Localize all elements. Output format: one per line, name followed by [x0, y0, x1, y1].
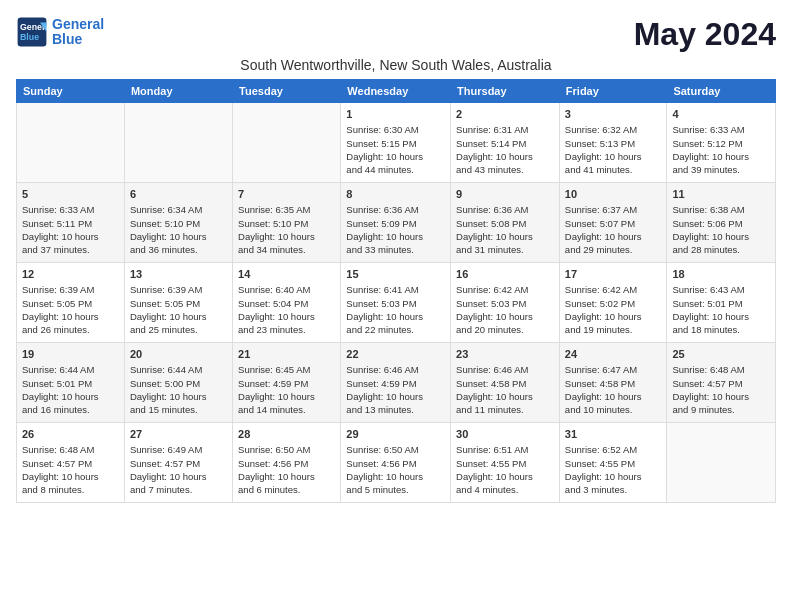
header-day-monday: Monday: [124, 80, 232, 103]
day-info: Sunrise: 6:52 AM Sunset: 4:55 PM Dayligh…: [565, 443, 662, 496]
day-number: 22: [346, 347, 445, 362]
day-number: 18: [672, 267, 770, 282]
calendar-cell: [17, 103, 125, 183]
day-info: Sunrise: 6:48 AM Sunset: 4:57 PM Dayligh…: [672, 363, 770, 416]
day-info: Sunrise: 6:36 AM Sunset: 5:08 PM Dayligh…: [456, 203, 554, 256]
calendar-cell: 16Sunrise: 6:42 AM Sunset: 5:03 PM Dayli…: [451, 263, 560, 343]
header-day-wednesday: Wednesday: [341, 80, 451, 103]
day-number: 12: [22, 267, 119, 282]
calendar-cell: 15Sunrise: 6:41 AM Sunset: 5:03 PM Dayli…: [341, 263, 451, 343]
calendar-cell: 24Sunrise: 6:47 AM Sunset: 4:58 PM Dayli…: [559, 343, 667, 423]
day-info: Sunrise: 6:41 AM Sunset: 5:03 PM Dayligh…: [346, 283, 445, 336]
svg-text:Blue: Blue: [20, 32, 39, 42]
day-number: 24: [565, 347, 662, 362]
day-info: Sunrise: 6:33 AM Sunset: 5:12 PM Dayligh…: [672, 123, 770, 176]
logo: General Blue General Blue: [16, 16, 104, 48]
day-info: Sunrise: 6:42 AM Sunset: 5:02 PM Dayligh…: [565, 283, 662, 336]
day-info: Sunrise: 6:44 AM Sunset: 5:01 PM Dayligh…: [22, 363, 119, 416]
calendar-cell: 29Sunrise: 6:50 AM Sunset: 4:56 PM Dayli…: [341, 423, 451, 503]
week-row-5: 26Sunrise: 6:48 AM Sunset: 4:57 PM Dayli…: [17, 423, 776, 503]
calendar-cell: 19Sunrise: 6:44 AM Sunset: 5:01 PM Dayli…: [17, 343, 125, 423]
calendar-cell: 27Sunrise: 6:49 AM Sunset: 4:57 PM Dayli…: [124, 423, 232, 503]
week-row-1: 1Sunrise: 6:30 AM Sunset: 5:15 PM Daylig…: [17, 103, 776, 183]
day-number: 21: [238, 347, 335, 362]
day-info: Sunrise: 6:45 AM Sunset: 4:59 PM Dayligh…: [238, 363, 335, 416]
day-info: Sunrise: 6:40 AM Sunset: 5:04 PM Dayligh…: [238, 283, 335, 336]
calendar-cell: 30Sunrise: 6:51 AM Sunset: 4:55 PM Dayli…: [451, 423, 560, 503]
day-number: 25: [672, 347, 770, 362]
day-number: 4: [672, 107, 770, 122]
logo-text: General Blue: [52, 17, 104, 48]
calendar-cell: 14Sunrise: 6:40 AM Sunset: 5:04 PM Dayli…: [233, 263, 341, 343]
day-number: 30: [456, 427, 554, 442]
calendar-cell: 21Sunrise: 6:45 AM Sunset: 4:59 PM Dayli…: [233, 343, 341, 423]
day-number: 9: [456, 187, 554, 202]
calendar-cell: 13Sunrise: 6:39 AM Sunset: 5:05 PM Dayli…: [124, 263, 232, 343]
week-row-3: 12Sunrise: 6:39 AM Sunset: 5:05 PM Dayli…: [17, 263, 776, 343]
week-row-2: 5Sunrise: 6:33 AM Sunset: 5:11 PM Daylig…: [17, 183, 776, 263]
logo-line1: General: [52, 17, 104, 32]
header-day-friday: Friday: [559, 80, 667, 103]
day-number: 14: [238, 267, 335, 282]
calendar-cell: 2Sunrise: 6:31 AM Sunset: 5:14 PM Daylig…: [451, 103, 560, 183]
header: General Blue General Blue May 2024: [16, 16, 776, 53]
day-info: Sunrise: 6:36 AM Sunset: 5:09 PM Dayligh…: [346, 203, 445, 256]
day-number: 1: [346, 107, 445, 122]
calendar-cell: 28Sunrise: 6:50 AM Sunset: 4:56 PM Dayli…: [233, 423, 341, 503]
day-number: 5: [22, 187, 119, 202]
day-info: Sunrise: 6:47 AM Sunset: 4:58 PM Dayligh…: [565, 363, 662, 416]
day-info: Sunrise: 6:39 AM Sunset: 5:05 PM Dayligh…: [130, 283, 227, 336]
day-number: 6: [130, 187, 227, 202]
calendar-cell: 8Sunrise: 6:36 AM Sunset: 5:09 PM Daylig…: [341, 183, 451, 263]
day-info: Sunrise: 6:51 AM Sunset: 4:55 PM Dayligh…: [456, 443, 554, 496]
day-info: Sunrise: 6:37 AM Sunset: 5:07 PM Dayligh…: [565, 203, 662, 256]
day-info: Sunrise: 6:38 AM Sunset: 5:06 PM Dayligh…: [672, 203, 770, 256]
calendar-cell: 5Sunrise: 6:33 AM Sunset: 5:11 PM Daylig…: [17, 183, 125, 263]
calendar-cell: 9Sunrise: 6:36 AM Sunset: 5:08 PM Daylig…: [451, 183, 560, 263]
logo-line2: Blue: [52, 32, 104, 47]
calendar-header-row: SundayMondayTuesdayWednesdayThursdayFrid…: [17, 80, 776, 103]
calendar-cell: 12Sunrise: 6:39 AM Sunset: 5:05 PM Dayli…: [17, 263, 125, 343]
day-number: 23: [456, 347, 554, 362]
day-number: 16: [456, 267, 554, 282]
day-number: 17: [565, 267, 662, 282]
day-info: Sunrise: 6:42 AM Sunset: 5:03 PM Dayligh…: [456, 283, 554, 336]
day-number: 20: [130, 347, 227, 362]
day-number: 31: [565, 427, 662, 442]
calendar-table: SundayMondayTuesdayWednesdayThursdayFrid…: [16, 79, 776, 503]
calendar-cell: 23Sunrise: 6:46 AM Sunset: 4:58 PM Dayli…: [451, 343, 560, 423]
day-info: Sunrise: 6:32 AM Sunset: 5:13 PM Dayligh…: [565, 123, 662, 176]
day-number: 7: [238, 187, 335, 202]
day-number: 13: [130, 267, 227, 282]
day-info: Sunrise: 6:30 AM Sunset: 5:15 PM Dayligh…: [346, 123, 445, 176]
day-info: Sunrise: 6:50 AM Sunset: 4:56 PM Dayligh…: [346, 443, 445, 496]
header-day-tuesday: Tuesday: [233, 80, 341, 103]
calendar-cell: [233, 103, 341, 183]
day-number: 11: [672, 187, 770, 202]
calendar-cell: 4Sunrise: 6:33 AM Sunset: 5:12 PM Daylig…: [667, 103, 776, 183]
calendar-cell: 18Sunrise: 6:43 AM Sunset: 5:01 PM Dayli…: [667, 263, 776, 343]
day-info: Sunrise: 6:46 AM Sunset: 4:58 PM Dayligh…: [456, 363, 554, 416]
calendar-cell: 22Sunrise: 6:46 AM Sunset: 4:59 PM Dayli…: [341, 343, 451, 423]
day-number: 28: [238, 427, 335, 442]
day-info: Sunrise: 6:35 AM Sunset: 5:10 PM Dayligh…: [238, 203, 335, 256]
calendar-cell: 1Sunrise: 6:30 AM Sunset: 5:15 PM Daylig…: [341, 103, 451, 183]
day-number: 27: [130, 427, 227, 442]
calendar-cell: 17Sunrise: 6:42 AM Sunset: 5:02 PM Dayli…: [559, 263, 667, 343]
calendar-cell: 26Sunrise: 6:48 AM Sunset: 4:57 PM Dayli…: [17, 423, 125, 503]
calendar-cell: 20Sunrise: 6:44 AM Sunset: 5:00 PM Dayli…: [124, 343, 232, 423]
month-title: May 2024: [634, 16, 776, 53]
calendar-cell: 11Sunrise: 6:38 AM Sunset: 5:06 PM Dayli…: [667, 183, 776, 263]
day-info: Sunrise: 6:43 AM Sunset: 5:01 PM Dayligh…: [672, 283, 770, 336]
day-number: 26: [22, 427, 119, 442]
day-info: Sunrise: 6:33 AM Sunset: 5:11 PM Dayligh…: [22, 203, 119, 256]
calendar-cell: 31Sunrise: 6:52 AM Sunset: 4:55 PM Dayli…: [559, 423, 667, 503]
day-number: 19: [22, 347, 119, 362]
day-number: 10: [565, 187, 662, 202]
logo-icon: General Blue: [16, 16, 48, 48]
header-day-saturday: Saturday: [667, 80, 776, 103]
day-info: Sunrise: 6:49 AM Sunset: 4:57 PM Dayligh…: [130, 443, 227, 496]
subtitle: South Wentworthville, New South Wales, A…: [16, 57, 776, 73]
header-day-sunday: Sunday: [17, 80, 125, 103]
day-info: Sunrise: 6:34 AM Sunset: 5:10 PM Dayligh…: [130, 203, 227, 256]
